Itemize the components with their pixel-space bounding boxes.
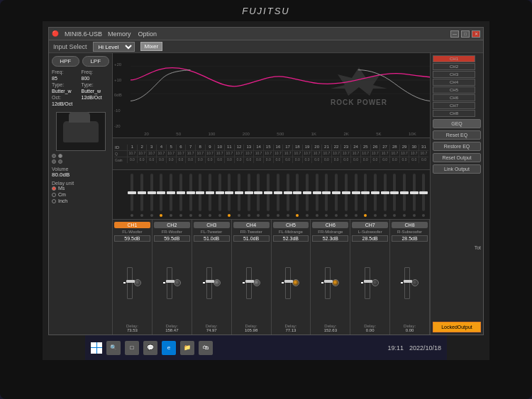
delay-inch-option[interactable]: Inch (52, 198, 109, 203)
eq-graph[interactable]: +20 +10 0dB -10 -20 ROCK POWER (113, 53, 430, 138)
ch-fader[interactable] (404, 267, 410, 299)
ch-indicator-ch3[interactable]: CH3 (433, 71, 475, 78)
geq-button[interactable]: GEQ (433, 119, 481, 128)
fader-col[interactable] (419, 172, 428, 218)
fader-col[interactable] (380, 172, 389, 218)
fader-col[interactable] (157, 172, 166, 218)
delay-ms-option[interactable]: Ms (52, 186, 109, 191)
fader-col[interactable] (215, 172, 224, 218)
fader-col[interactable] (274, 172, 283, 218)
ch-fader[interactable] (285, 267, 291, 299)
fader-col[interactable] (400, 172, 409, 218)
file-icon[interactable]: 📁 (180, 341, 194, 355)
fader-col[interactable] (254, 172, 263, 218)
fader-col[interactable] (341, 172, 350, 218)
fader-col[interactable] (167, 172, 176, 218)
fader-col[interactable] (196, 172, 205, 218)
fader-col[interactable] (322, 172, 331, 218)
menu-option[interactable]: Option (138, 30, 157, 38)
restore-eq-button[interactable]: Restore EQ (433, 142, 481, 151)
ch-knob[interactable] (292, 279, 299, 286)
close-button[interactable]: ✕ (472, 30, 480, 38)
ch-id-button[interactable]: CH2 (154, 222, 190, 228)
reset-output-button[interactable]: Reset Output (433, 153, 481, 162)
delay-inch-radio[interactable] (52, 199, 56, 203)
taskbar-date: 2022/10/18 (409, 344, 441, 352)
hpf-button[interactable]: HPF (52, 56, 79, 67)
fader-col[interactable] (186, 172, 195, 218)
taskview-icon[interactable]: □ (125, 341, 139, 355)
fader-col[interactable] (244, 172, 253, 218)
fader-col[interactable] (128, 172, 137, 218)
edge-icon[interactable]: e (162, 341, 176, 355)
fader-track (335, 174, 338, 211)
ch-fader[interactable] (365, 267, 370, 299)
speaker-dot[interactable] (58, 159, 62, 164)
ch-id-button[interactable]: CH8 (392, 222, 428, 228)
fader-col[interactable] (351, 172, 360, 218)
ch-id-button[interactable]: CH1 (114, 222, 150, 228)
mixer-button[interactable]: Mixer (140, 42, 163, 51)
ch-fader[interactable] (127, 267, 133, 299)
ch-indicator-ch2[interactable]: CH2 (433, 63, 475, 70)
ch-id-button[interactable]: CH7 (352, 222, 388, 228)
hpf-oct-val: 12dB/Oct (52, 101, 80, 106)
delay-ms-radio[interactable] (52, 186, 56, 191)
maximize-button[interactable]: □ (461, 30, 470, 38)
ch-knob[interactable] (134, 279, 141, 286)
input-select-dropdown[interactable]: Hi Level Lo Level (93, 42, 135, 52)
ch-indicator-ch8[interactable]: CH8 (433, 110, 475, 117)
minimize-button[interactable]: — (450, 30, 459, 38)
ch-fader[interactable] (206, 267, 212, 299)
ch-fader[interactable] (246, 267, 252, 299)
fader-col[interactable] (138, 172, 147, 218)
chat-icon[interactable]: 💬 (143, 341, 157, 355)
search-taskbar-icon[interactable]: 🔍 (106, 341, 121, 355)
store-icon[interactable]: 🛍 (199, 341, 213, 355)
fader-col[interactable] (312, 172, 321, 218)
ch-knob[interactable] (253, 279, 260, 286)
ch-knob[interactable] (174, 279, 181, 286)
ch-indicator-ch7[interactable]: CH7 (433, 102, 475, 109)
ch-knob[interactable] (214, 279, 221, 286)
ch-indicator-ch6[interactable]: CH6 (433, 94, 475, 101)
delay-cm-option[interactable]: Cm (52, 192, 109, 197)
ch-indicator-ch4[interactable]: CH4 (433, 79, 475, 86)
monitor-screen: 🔴 MINI8.6-USB Memory Option — □ ✕ Input … (43, 21, 489, 360)
ch-id-button[interactable]: CH6 (312, 222, 348, 228)
fader-col[interactable] (332, 172, 341, 218)
ch-id-button[interactable]: CH3 (194, 222, 230, 228)
fader-col[interactable] (235, 172, 244, 218)
fader-col[interactable] (264, 172, 273, 218)
link-output-button[interactable]: Link Output (433, 164, 481, 174)
ch-indicator-ch1[interactable]: CH1 (433, 55, 475, 62)
ch-fader[interactable] (325, 267, 331, 299)
speaker-dot[interactable] (52, 154, 56, 158)
fader-col[interactable] (361, 172, 370, 218)
fader-col[interactable] (147, 172, 156, 218)
fader-col[interactable] (390, 172, 399, 218)
ch-indicator-ch5[interactable]: CH5 (433, 86, 475, 94)
reset-eq-button[interactable]: Reset EQ (433, 130, 481, 140)
speaker-dot[interactable] (52, 159, 56, 164)
ch-knob[interactable] (332, 279, 339, 286)
ch-id-button[interactable]: CH4 (233, 222, 270, 228)
fader-col[interactable] (371, 172, 380, 218)
fader-col[interactable] (283, 172, 292, 218)
lpf-button[interactable]: LPF (82, 56, 110, 67)
fader-col[interactable] (293, 172, 302, 218)
menu-memory[interactable]: Memory (108, 30, 131, 38)
locked-output-button[interactable]: LockedOutput (433, 322, 481, 332)
ch-knob[interactable] (372, 279, 379, 286)
fader-col[interactable] (225, 172, 234, 218)
ch-fader[interactable] (167, 267, 172, 299)
delay-cm-radio[interactable] (52, 193, 56, 197)
fader-col[interactable] (177, 172, 186, 218)
speaker-dot[interactable] (58, 154, 62, 158)
ch-id-button[interactable]: CH5 (273, 222, 309, 228)
fader-col[interactable] (409, 172, 419, 218)
start-button[interactable] (91, 342, 102, 354)
fader-col[interactable] (206, 172, 215, 218)
ch-knob[interactable] (411, 279, 419, 286)
fader-col[interactable] (303, 172, 312, 218)
